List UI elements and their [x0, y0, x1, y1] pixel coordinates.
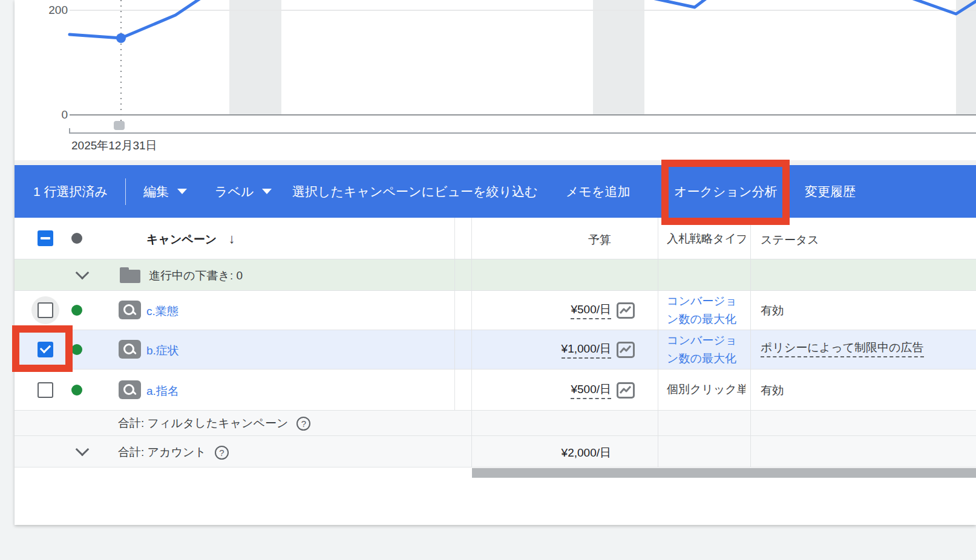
search-preview-icon[interactable] — [119, 340, 141, 359]
row-checkbox[interactable] — [38, 382, 53, 398]
status-filter-dot-icon — [71, 233, 82, 244]
row-checkbox-checked[interactable] — [38, 342, 53, 357]
campaign-row-c: c.業態 ¥500/日 コンバージョン数の最大化 有効 — [15, 291, 976, 330]
select-all-checkbox[interactable] — [38, 230, 53, 246]
search-preview-icon[interactable] — [119, 380, 141, 399]
folder-icon — [120, 267, 140, 283]
bid-strategy-link[interactable]: コンバージョン数の最大化 — [667, 331, 742, 368]
filter-view-to-selected-button[interactable]: 選択したキャンペーンにビューを絞り込む — [292, 183, 537, 200]
horizontal-scrollbar[interactable] — [472, 468, 976, 478]
chevron-down-icon[interactable] — [76, 266, 90, 280]
chart-canvas — [15, 0, 976, 160]
add-note-button[interactable]: メモを追加 — [566, 183, 630, 200]
column-border — [454, 218, 455, 410]
campaign-name-link[interactable]: a.指名 — [146, 383, 179, 399]
auction-insights-button[interactable]: オークション分析 — [674, 183, 777, 200]
help-icon[interactable]: ? — [215, 446, 229, 460]
campaign-status: 有効 — [761, 303, 784, 319]
table-header-row: キャンペーン ↓ 予算 入札戦略タイプ ステータス — [15, 218, 976, 259]
status-column-header[interactable]: ステータス — [761, 232, 819, 248]
total-account-label: 合計: アカウント — [118, 444, 206, 460]
indeterminate-mark-icon — [41, 237, 50, 239]
change-history-button[interactable]: 変更履歴 — [805, 183, 856, 200]
column-border — [471, 218, 472, 467]
google-ads-campaign-page: { "colors": { "toolbar_blue": "#3B75E3",… — [0, 0, 976, 560]
campaign-status-policy-limited[interactable]: ポリシーによって制限中の広告 — [761, 340, 924, 356]
drafts-group-row: 進行中の下書き: 0 — [15, 259, 976, 290]
campaign-row-a: a.指名 ¥500/日 個別クリック単価 有効 — [15, 370, 976, 410]
chevron-down-icon[interactable] — [76, 443, 90, 457]
status-dot-enabled-icon — [71, 344, 82, 355]
performance-chart: 200 0 2025年12月31日 — [15, 0, 976, 160]
selection-count: 1 行選択済み — [33, 183, 108, 200]
campaigns-card: 200 0 2025年12月31日 1 行選択済み 編集 ラベル 選択したキャン… — [15, 0, 976, 525]
help-icon[interactable]: ? — [296, 417, 310, 431]
drafts-row-label: 進行中の下書き: 0 — [149, 268, 243, 284]
edit-menu-button[interactable]: 編集 — [143, 183, 187, 200]
toolbar-top-divider — [15, 160, 976, 165]
total-filtered-row: 合計: フィルタしたキャンペーン ? — [15, 411, 976, 435]
x-axis-start-date: 2025年12月31日 — [71, 138, 157, 154]
search-preview-icon[interactable] — [119, 301, 141, 319]
bid-strategy-column-header[interactable]: 入札戦略タイプ — [667, 232, 745, 246]
check-mark-icon — [40, 342, 51, 353]
sort-descending-icon: ↓ — [229, 231, 235, 246]
status-dot-enabled-icon — [71, 385, 82, 396]
budget-chart-icon[interactable] — [617, 342, 635, 358]
status-dot-enabled-icon — [71, 305, 82, 316]
selection-toolbar: 1 行選択済み 編集 ラベル 選択したキャンペーンにビューを絞り込む メモを追加… — [15, 165, 976, 218]
budget-column-header[interactable]: 予算 — [588, 232, 611, 248]
caret-down-icon — [262, 189, 272, 194]
total-budget-value: ¥2,000/日 — [562, 445, 611, 461]
campaign-column-header[interactable]: キャンペーン ↓ — [146, 231, 235, 247]
row-checkbox[interactable] — [38, 302, 53, 318]
campaign-name-link[interactable]: b.症状 — [146, 343, 179, 359]
label-menu-button[interactable]: ラベル — [215, 183, 272, 200]
campaign-name-link[interactable]: c.業態 — [146, 304, 178, 319]
budget-value[interactable]: ¥1,000/日 — [562, 341, 611, 357]
total-account-row: 合計: アカウント ? ¥2,000/日 — [15, 436, 976, 467]
bid-strategy-link[interactable]: コンバージョン数の最大化 — [667, 292, 742, 328]
column-border — [658, 218, 658, 467]
selected-data-point — [116, 33, 126, 43]
timeline-scrubber-handle — [114, 121, 125, 130]
caret-down-icon — [177, 189, 187, 194]
budget-chart-icon[interactable] — [617, 302, 635, 319]
total-filtered-label: 合計: フィルタしたキャンペーン — [118, 415, 288, 431]
budget-value[interactable]: ¥500/日 — [571, 302, 611, 317]
budget-chart-icon[interactable] — [617, 382, 635, 399]
campaign-row-b-selected: b.症状 ¥1,000/日 コンバージョン数の最大化 ポリシーによって制限中の広… — [15, 330, 976, 369]
y-axis-tick-0: 0 — [31, 108, 68, 122]
budget-value[interactable]: ¥500/日 — [571, 382, 611, 397]
y-axis-tick-200: 200 — [31, 4, 68, 17]
toolbar-divider — [125, 178, 126, 205]
column-border — [750, 218, 751, 467]
bid-strategy-text: 個別クリック単価 — [667, 380, 745, 399]
campaign-status: 有効 — [761, 383, 784, 399]
